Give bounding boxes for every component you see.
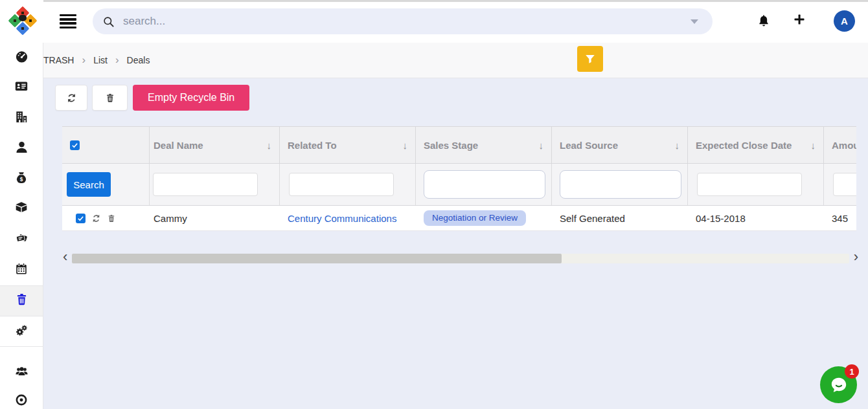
- product-box-icon: [14, 200, 29, 215]
- filter-cell-amount: [824, 164, 856, 205]
- sort-arrow-icon[interactable]: ↓: [811, 140, 816, 151]
- scroll-left-icon[interactable]: ‹: [63, 250, 67, 267]
- menu-hamburger-icon[interactable]: [60, 14, 76, 28]
- dashboard-icon: [14, 49, 29, 64]
- deal-name-filter-input[interactable]: [153, 173, 258, 196]
- top-bar: A: [0, 0, 868, 43]
- sidebar-divider: [0, 346, 43, 347]
- logo-center-mark: [19, 15, 27, 21]
- filter-funnel-icon: [584, 53, 596, 65]
- sidebar-item-deals[interactable]: $: [0, 166, 43, 188]
- contacts-card-icon: [14, 79, 29, 93]
- sort-arrow-icon[interactable]: ↓: [403, 140, 408, 151]
- row-delete-icon[interactable]: [107, 214, 116, 223]
- notifications-bell-icon[interactable]: [757, 14, 771, 28]
- chat-widget[interactable]: 1: [820, 366, 857, 403]
- sidebar-item-invoices[interactable]: [0, 227, 43, 249]
- svg-text:$: $: [20, 176, 23, 182]
- company-building-icon: [14, 109, 29, 124]
- filter-cell-lead-source: [552, 164, 688, 205]
- column-header-related-to[interactable]: Related To ↓: [280, 127, 416, 163]
- cell-expected-close-date: 04-15-2018: [688, 206, 824, 230]
- breadcrumb: TRASH › List › Deals: [43, 43, 150, 78]
- filter-cell-sales-stage: [416, 164, 552, 205]
- table-filter-row: Search: [62, 164, 856, 206]
- sidebar-item-companies[interactable]: [0, 105, 43, 127]
- money-bag-icon: $: [14, 170, 29, 185]
- scrollbar-thumb[interactable]: [72, 254, 562, 263]
- sidebar-item-targets[interactable]: [0, 389, 43, 409]
- calendar-icon: [14, 261, 29, 276]
- horizontal-scrollbar: ‹ ›: [63, 250, 858, 266]
- sidebar-item-settings[interactable]: [0, 319, 43, 341]
- cell-lead-source: Self Generated: [552, 206, 688, 230]
- user-icon: [14, 140, 29, 155]
- expected-close-date-filter-input[interactable]: [697, 173, 802, 196]
- column-header-lead-source[interactable]: Lead Source ↓: [552, 127, 688, 163]
- global-search[interactable]: [93, 8, 713, 34]
- filter-button[interactable]: [577, 46, 603, 72]
- sidebar-item-people[interactable]: [0, 136, 43, 158]
- sidebar-item-dashboard[interactable]: [0, 45, 43, 67]
- empty-recycle-bin-button[interactable]: Empty Recycle Bin: [133, 85, 249, 111]
- quick-create-plus-icon[interactable]: [793, 13, 806, 26]
- user-group-icon: [14, 364, 30, 379]
- sort-arrow-icon[interactable]: ↓: [675, 140, 680, 151]
- scroll-right-icon[interactable]: ›: [854, 250, 858, 267]
- sidebar-divider: [0, 285, 43, 286]
- select-all-checkbox[interactable]: [70, 140, 80, 150]
- invoices-icon: [14, 230, 29, 245]
- avatar-initial: A: [841, 16, 848, 27]
- amount-filter-input[interactable]: [833, 173, 856, 196]
- search-button[interactable]: Search: [67, 172, 111, 197]
- settings-gears-icon: [14, 323, 29, 338]
- row-restore-icon[interactable]: [91, 214, 101, 223]
- filter-cell-deal-name: [150, 164, 280, 205]
- breadcrumb-item-list[interactable]: List: [93, 55, 108, 65]
- column-header-sales-stage[interactable]: Sales Stage ↓: [416, 127, 552, 163]
- delete-selected-button[interactable]: [92, 85, 128, 111]
- trash-icon: [15, 292, 29, 307]
- search-icon: [102, 16, 115, 28]
- cell-deal-name: Cammy: [150, 206, 280, 230]
- breadcrumb-bar: TRASH › List › Deals: [43, 43, 868, 78]
- select-all-cell: [62, 127, 150, 163]
- sidebar-divider: [0, 316, 43, 316]
- chat-unread-badge: 1: [845, 364, 859, 379]
- related-to-filter-input[interactable]: [289, 173, 394, 196]
- sales-stage-filter-input[interactable]: [424, 170, 545, 199]
- breadcrumb-item-trash[interactable]: TRASH: [43, 55, 74, 65]
- breadcrumb-separator-icon: ›: [82, 54, 86, 67]
- refresh-list-button[interactable]: [55, 85, 87, 111]
- sales-stage-badge: Negotiation or Review: [424, 210, 526, 226]
- sidebar-item-contacts[interactable]: [0, 75, 43, 97]
- breadcrumb-item-deals[interactable]: Deals: [127, 55, 150, 65]
- sidebar-item-groups[interactable]: [0, 360, 43, 382]
- module-sidebar: $: [0, 43, 43, 409]
- target-icon: [14, 393, 29, 407]
- table-row: Cammy Century Communications Negotiation…: [62, 206, 856, 231]
- column-header-amount[interactable]: Amount ↓: [824, 127, 856, 163]
- column-header-deal-name[interactable]: Deal Name ↓: [150, 127, 280, 163]
- column-header-expected-close-date[interactable]: Expected Close Date ↓: [688, 127, 824, 163]
- search-input[interactable]: [122, 14, 691, 28]
- table-header-row: Deal Name ↓ Related To ↓ Sales Stage ↓ L…: [62, 126, 856, 164]
- user-avatar[interactable]: A: [834, 10, 855, 32]
- search-caret-icon[interactable]: [691, 19, 698, 24]
- scrollbar-track[interactable]: [72, 254, 849, 263]
- related-to-link[interactable]: Century Communications: [288, 213, 396, 224]
- row-tools-cell: [62, 206, 150, 230]
- cell-related-to: Century Communications: [280, 206, 416, 230]
- cell-amount: 345: [824, 206, 856, 230]
- app-logo[interactable]: [7, 5, 38, 36]
- sidebar-item-trash-active[interactable]: [0, 288, 43, 310]
- sort-arrow-icon[interactable]: ↓: [267, 140, 272, 151]
- search-cell: Search: [62, 164, 150, 205]
- main-content: Empty Recycle Bin Deal Name ↓ Related To…: [43, 78, 868, 409]
- sort-arrow-icon[interactable]: ↓: [539, 140, 544, 151]
- lead-source-filter-input[interactable]: [560, 170, 681, 199]
- row-checkbox[interactable]: [76, 214, 86, 223]
- trash-icon: [105, 93, 115, 104]
- sidebar-item-products[interactable]: [0, 196, 43, 218]
- sidebar-item-calendar[interactable]: [0, 258, 43, 280]
